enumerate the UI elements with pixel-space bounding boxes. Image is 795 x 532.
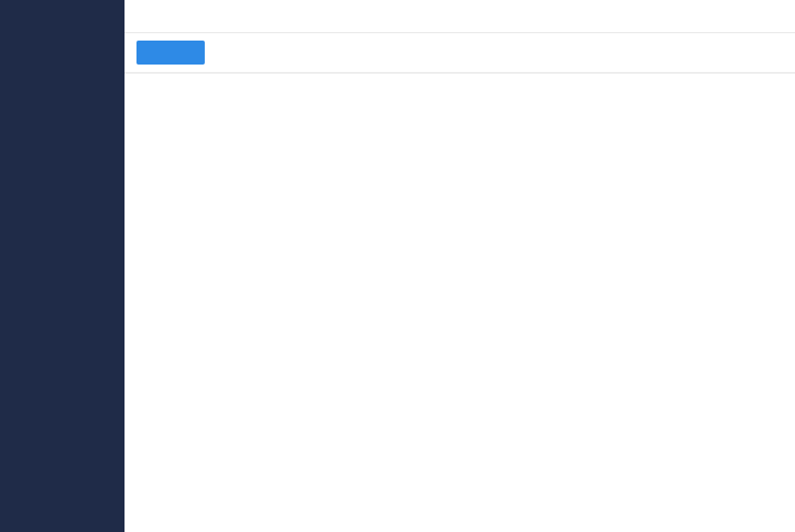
tab-bar xyxy=(125,0,795,33)
query-button[interactable] xyxy=(136,41,205,65)
sidebar-top-bar xyxy=(0,0,125,35)
sidebar xyxy=(0,0,125,532)
sidebar-menu xyxy=(0,35,125,532)
toolbar xyxy=(125,33,795,74)
content-area xyxy=(125,74,795,532)
main-area xyxy=(125,0,795,532)
app-window xyxy=(0,0,795,532)
